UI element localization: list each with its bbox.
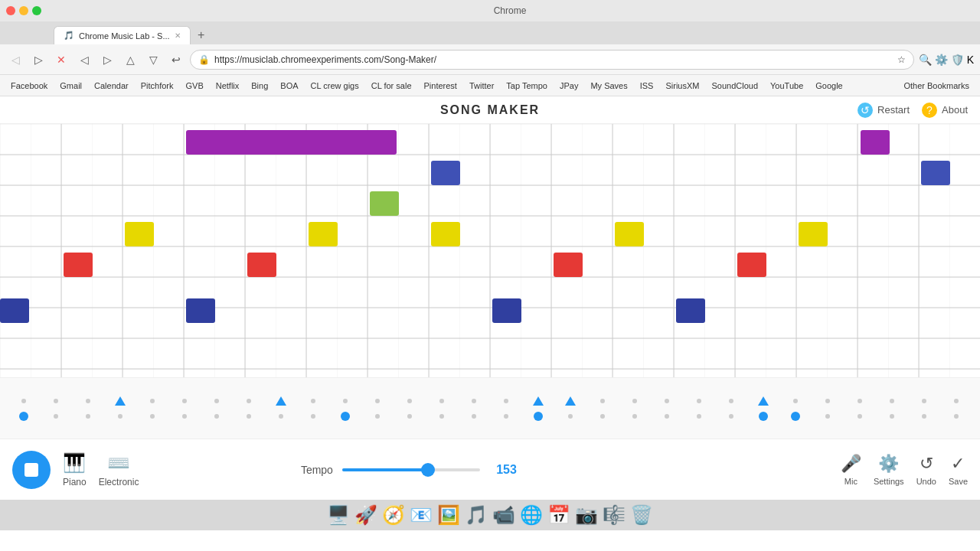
bookmark-iss[interactable]: ISS: [635, 80, 658, 92]
bookmark-cl-crew[interactable]: CL crew gigs: [306, 80, 364, 92]
close-traffic-light[interactable]: [6, 6, 15, 15]
note-block-yellow-4[interactable]: [615, 222, 644, 246]
note-block-red-4[interactable]: [737, 253, 766, 277]
dock-finder[interactable]: 🖥️: [327, 504, 350, 526]
star-icon[interactable]: ☆: [897, 54, 906, 65]
note-block-yellow-5[interactable]: [799, 222, 828, 246]
bookmark-boa[interactable]: BOA: [276, 80, 302, 92]
bookmark-bing[interactable]: Bing: [247, 80, 273, 92]
note-block-darkblue-3[interactable]: [492, 298, 521, 323]
bookmark-netflix[interactable]: Netflix: [211, 80, 244, 92]
beat-dot[interactable]: [922, 414, 926, 419]
note-block-purple-1[interactable]: [186, 130, 397, 155]
beat-circle-active[interactable]: [791, 412, 800, 421]
beat-dot[interactable]: [504, 414, 508, 419]
note-block-red-2[interactable]: [247, 253, 276, 277]
forward-button[interactable]: ▷: [29, 51, 47, 69]
new-tab-button[interactable]: +: [192, 26, 211, 44]
bookmark-tap-tempo[interactable]: Tap Tempo: [501, 80, 552, 92]
beat-dot[interactable]: [54, 414, 58, 419]
bookmark-twitter[interactable]: Twitter: [465, 80, 498, 92]
beat-dot[interactable]: [439, 414, 444, 419]
back-button[interactable]: ◁: [6, 51, 24, 69]
beat-dot[interactable]: [214, 414, 219, 419]
beat-dot[interactable]: [858, 399, 862, 403]
beat-dot[interactable]: [247, 399, 251, 403]
beat-dot[interactable]: [697, 414, 701, 419]
bookmark-soundcloud[interactable]: SoundCloud: [707, 80, 763, 92]
note-block-red-3[interactable]: [554, 253, 583, 277]
dock-mail[interactable]: 📧: [410, 504, 433, 526]
beat-dot[interactable]: [600, 414, 605, 419]
note-block-purple-2[interactable]: [861, 130, 890, 155]
tab-close-button[interactable]: ✕: [175, 31, 181, 40]
address-bar[interactable]: 🔒 https://musiclab.chromeexperiments.com…: [190, 50, 914, 70]
mic-button[interactable]: 🎤 Mic: [841, 454, 861, 486]
beat-triangle[interactable]: [565, 396, 576, 406]
bookmark-youtube[interactable]: YouTube: [766, 80, 808, 92]
bookmark-gvb[interactable]: GVB: [181, 80, 207, 92]
bookmark-siriusxm[interactable]: SiriusXM: [661, 80, 704, 92]
tempo-slider[interactable]: [342, 468, 480, 471]
beat-dot[interactable]: [311, 414, 315, 419]
undo-button[interactable]: ↺ Undo: [916, 454, 936, 486]
beat-dot[interactable]: [182, 414, 187, 419]
beat-dot[interactable]: [472, 399, 476, 403]
piano-button[interactable]: 🎹 Piano: [63, 452, 87, 487]
bookmark-facebook[interactable]: Facebook: [6, 80, 52, 92]
beat-dot[interactable]: [472, 414, 476, 419]
beat-dot[interactable]: [729, 399, 733, 403]
beat-dot[interactable]: [890, 414, 894, 419]
stop-button[interactable]: [12, 451, 51, 489]
beat-dot[interactable]: [407, 399, 412, 403]
restart-button[interactable]: ↺ Restart: [858, 103, 910, 118]
beat-dot[interactable]: [150, 414, 155, 419]
down-button[interactable]: ▽: [144, 51, 162, 69]
bookmark-gmail[interactable]: Gmail: [55, 80, 87, 92]
dock-photos[interactable]: 🖼️: [437, 504, 460, 526]
bookmark-google[interactable]: Google: [811, 80, 847, 92]
tempo-slider-thumb[interactable]: [421, 463, 435, 477]
about-button[interactable]: ? About: [922, 103, 968, 118]
beat-dot[interactable]: [504, 399, 508, 403]
beat-dot[interactable]: [793, 399, 798, 403]
beat-dot[interactable]: [568, 414, 573, 419]
bookmark-pitchfork[interactable]: Pitchfork: [136, 80, 178, 92]
active-tab[interactable]: 🎵 Chrome Music Lab - S... ✕: [54, 26, 191, 44]
beat-dot[interactable]: [922, 399, 926, 403]
beat-dot[interactable]: [665, 399, 669, 403]
beat-triangle[interactable]: [276, 396, 286, 406]
dock-camera[interactable]: 📷: [575, 504, 598, 526]
dock-safari[interactable]: 🧭: [382, 504, 405, 526]
dock-calendar[interactable]: 📅: [547, 504, 570, 526]
beat-circle-active[interactable]: [534, 412, 543, 421]
beat-dot[interactable]: [825, 399, 830, 403]
stop-button[interactable]: ✕: [52, 51, 70, 69]
reload-button[interactable]: ↩: [167, 51, 185, 69]
note-block-red-1[interactable]: [64, 253, 93, 277]
bookmark-my-saves[interactable]: My Saves: [586, 80, 632, 92]
minimize-traffic-light[interactable]: [19, 6, 28, 15]
beat-dot[interactable]: [375, 399, 380, 403]
beat-dot[interactable]: [825, 414, 830, 419]
dock-launchpad[interactable]: 🚀: [354, 504, 377, 526]
note-block-yellow-3[interactable]: [431, 222, 460, 246]
beat-dot[interactable]: [343, 399, 348, 403]
beat-dot[interactable]: [697, 399, 701, 403]
beat-circle-active[interactable]: [19, 412, 28, 421]
beat-dot[interactable]: [407, 414, 412, 419]
settings-button[interactable]: ⚙️ Settings: [874, 454, 904, 486]
note-block-yellow-1[interactable]: [125, 222, 154, 246]
beat-triangle[interactable]: [115, 396, 126, 406]
beat-dot[interactable]: [118, 414, 122, 419]
beat-dot[interactable]: [665, 414, 669, 419]
bookmark-jpay[interactable]: JPay: [555, 80, 583, 92]
bookmark-cl-sale[interactable]: CL for sale: [367, 80, 416, 92]
bookmark-pinterest[interactable]: Pinterest: [420, 80, 462, 92]
beat-triangle[interactable]: [533, 396, 544, 406]
beat-dot[interactable]: [311, 399, 315, 403]
beat-dot[interactable]: [279, 414, 283, 419]
note-block-yellow-2[interactable]: [309, 222, 338, 246]
beat-dot[interactable]: [214, 399, 219, 403]
note-block-blue-1[interactable]: [431, 161, 460, 185]
